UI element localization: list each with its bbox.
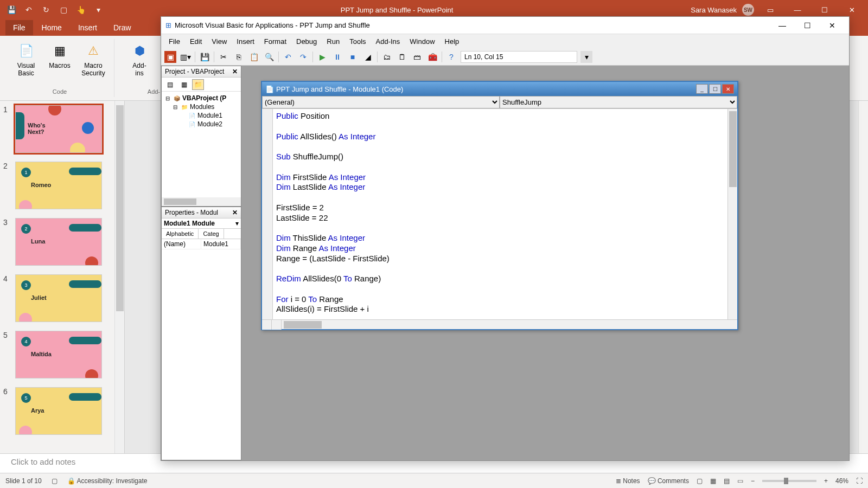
properties-pane-title[interactable]: Properties - Modul ✕ — [162, 207, 241, 219]
code-object-dropdown[interactable]: (General) — [262, 96, 500, 108]
view-code-icon[interactable]: ▤ — [164, 79, 176, 90]
redo-icon[interactable]: ↻ — [41, 5, 51, 15]
props-tab-alphabetic[interactable]: Alphabetic — [162, 229, 199, 239]
visual-basic-button[interactable]: 📄 Visual Basic — [11, 42, 41, 78]
code-maximize-button[interactable]: ☐ — [709, 84, 721, 94]
find-icon[interactable]: 🔍 — [263, 51, 275, 63]
code-editor[interactable]: Public Position Public AllSlides() As In… — [273, 109, 727, 319]
vba-minimize-button[interactable]: — — [770, 17, 795, 34]
toolbox-icon[interactable]: 🧰 — [426, 51, 438, 63]
slideshow-icon[interactable]: ▢ — [59, 5, 68, 15]
code-vscroll[interactable] — [727, 109, 737, 319]
reset-icon[interactable]: ■ — [347, 51, 359, 63]
macros-button[interactable]: ▦ Macros — [44, 42, 75, 69]
vba-mdi-area[interactable]: 📄 PPT Jump and Shuffle - Module1 (Code) … — [241, 66, 849, 460]
project-hscroll[interactable] — [162, 197, 241, 206]
props-tab-categorized[interactable]: Categ — [199, 229, 224, 239]
slide-thumbnail[interactable]: 5Arya — [15, 387, 102, 435]
redo-icon[interactable]: ↷ — [297, 51, 309, 63]
macro-security-button[interactable]: ⚠ Macro Security — [78, 42, 108, 78]
toolbar-overflow-icon[interactable]: ▾ — [580, 51, 592, 63]
save-icon[interactable]: 💾 — [7, 5, 16, 15]
zoom-label[interactable]: 46% — [835, 477, 848, 485]
fit-window-icon[interactable]: ⛶ — [856, 477, 863, 485]
minimize-icon[interactable]: — — [787, 2, 808, 18]
project-pane-close-icon[interactable]: ✕ — [232, 68, 238, 75]
notes-button[interactable]: ≣ Notes — [616, 477, 640, 485]
code-window-titlebar[interactable]: 📄 PPT Jump and Shuffle - Module1 (Code) … — [262, 82, 737, 96]
view-ppt-icon[interactable]: ▣ — [164, 51, 176, 63]
copy-icon[interactable]: ⎘ — [233, 51, 245, 63]
main-scrollbar[interactable] — [858, 101, 868, 453]
code-minimize-button[interactable]: _ — [696, 84, 708, 94]
ribbon-display-icon[interactable]: ▭ — [760, 2, 781, 18]
properties-pane-close-icon[interactable]: ✕ — [232, 209, 238, 216]
tab-home[interactable]: Home — [34, 20, 69, 35]
vba-menu-addins[interactable]: Add-Ins — [372, 36, 405, 47]
help-icon[interactable]: ? — [445, 51, 457, 63]
addins-button[interactable]: ⬢ Add- ins — [124, 42, 155, 78]
design-mode-icon[interactable]: ◢ — [362, 51, 374, 63]
full-module-view-icon[interactable] — [272, 320, 282, 330]
vba-titlebar[interactable]: ⊞ Microsoft Visual Basic for Application… — [161, 17, 849, 34]
slide-thumb-row[interactable]: 1Who's Next? — [0, 101, 114, 157]
slide-thumbnail[interactable]: 2Luna — [15, 218, 102, 266]
tab-draw[interactable]: Draw — [106, 20, 139, 35]
vba-menu-tools[interactable]: Tools — [345, 36, 370, 47]
view-reading-icon[interactable]: ▤ — [724, 477, 730, 485]
paste-icon[interactable]: 📋 — [248, 51, 260, 63]
accessibility-status[interactable]: 🔒 Accessibility: Investigate — [67, 477, 148, 485]
vba-menu-insert[interactable]: Insert — [232, 36, 259, 47]
properties-icon[interactable]: 🗒 — [396, 51, 408, 63]
vba-close-button[interactable]: ✕ — [820, 17, 845, 34]
object-browser-icon[interactable]: 🗃 — [411, 51, 423, 63]
project-explorer-icon[interactable]: 🗂 — [381, 51, 393, 63]
slide-thumb-row[interactable]: 54Maltida — [0, 326, 114, 383]
vba-menu-view[interactable]: View — [207, 36, 231, 47]
slide-thumb-row[interactable]: 43Juliet — [0, 270, 114, 326]
touch-icon[interactable]: 👆 — [76, 5, 86, 15]
code-close-button[interactable]: ✕ — [722, 84, 734, 94]
close-icon[interactable]: ✕ — [841, 2, 863, 18]
vba-menu-run[interactable]: Run — [322, 36, 344, 47]
cut-icon[interactable]: ✂ — [218, 51, 229, 63]
procedure-view-icon[interactable] — [262, 320, 272, 330]
tab-insert[interactable]: Insert — [71, 20, 105, 35]
slide-panel-scrollbar[interactable] — [114, 101, 124, 453]
vba-maximize-button[interactable]: ☐ — [795, 17, 820, 34]
maximize-icon[interactable]: ☐ — [814, 2, 835, 18]
undo-icon[interactable]: ↶ — [24, 5, 34, 15]
slide-thumbnail[interactable]: Who's Next? — [15, 105, 102, 153]
user-avatar[interactable]: SW — [742, 4, 754, 16]
vba-menu-window[interactable]: Window — [405, 36, 439, 47]
user-name[interactable]: Sara Wanasek — [691, 6, 737, 14]
view-slideshow-icon[interactable]: ▭ — [737, 477, 743, 485]
slide-thumb-row[interactable]: 65Arya — [0, 383, 114, 439]
slide-counter[interactable]: Slide 1 of 10 — [5, 477, 42, 485]
tab-file[interactable]: File — [5, 20, 33, 35]
code-hscroll[interactable] — [282, 320, 737, 329]
slide-thumb-row[interactable]: 32Luna — [0, 214, 114, 270]
props-row-name[interactable]: (Name) Module1 — [162, 239, 241, 249]
project-tree[interactable]: ⊟📦VBAProject (P ⊟📁Modules 📄Module1 📄Modu… — [162, 92, 241, 131]
vba-menu-file[interactable]: File — [164, 36, 184, 47]
undo-icon[interactable]: ↶ — [282, 51, 294, 63]
insert-dropdown-icon[interactable]: ▥▾ — [180, 51, 192, 63]
vba-menu-help[interactable]: Help — [441, 36, 464, 47]
view-normal-icon[interactable]: ▢ — [697, 477, 703, 485]
view-object-icon[interactable]: ▦ — [178, 79, 190, 90]
slide-thumb-row[interactable]: 21Romeo — [0, 157, 114, 214]
properties-object-selector[interactable]: Module1 Module▾ — [162, 219, 241, 229]
vba-menu-debug[interactable]: Debug — [292, 36, 321, 47]
break-icon[interactable]: ⏸ — [331, 51, 343, 63]
slide-thumbnail[interactable]: 1Romeo — [15, 162, 102, 209]
zoom-out-button[interactable]: − — [751, 477, 755, 485]
save-icon[interactable]: 💾 — [199, 51, 210, 63]
slide-thumbnail[interactable]: 3Juliet — [15, 274, 102, 322]
view-sorter-icon[interactable]: ▦ — [710, 477, 716, 485]
code-procedure-dropdown[interactable]: ShuffleJump — [500, 96, 737, 108]
comments-button[interactable]: 💬 Comments — [648, 477, 689, 485]
vba-menu-format[interactable]: Format — [260, 36, 291, 47]
project-pane-title[interactable]: Project - VBAProject ✕ — [162, 66, 241, 78]
zoom-slider[interactable] — [762, 480, 816, 482]
